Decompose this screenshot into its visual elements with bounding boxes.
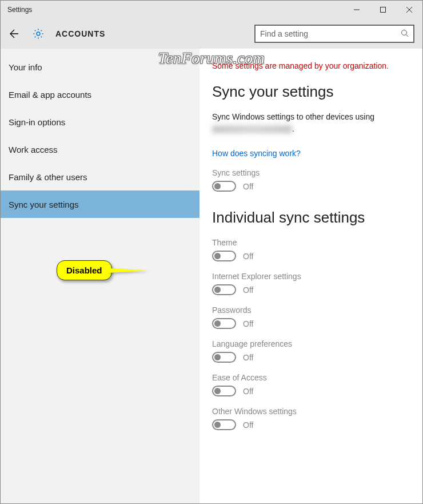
gear-icon [30,26,46,42]
sidebar-item-work-access[interactable]: Work access [1,136,199,163]
titlebar: Settings [1,1,422,19]
setting-theme: Theme Off [212,238,412,261]
setting-label: Passwords [212,305,412,315]
heading-individual-sync-settings: Individual sync settings [212,209,412,227]
setting-label: Sync settings [212,168,412,177]
setting-label: Ease of Access [212,373,412,382]
search-icon [401,29,409,39]
setting-other-windows-settings: Other Windows settings Off [212,407,412,430]
setting-passwords: Passwords Off [212,305,412,329]
main-content: Some settings are managed by your organi… [199,49,422,503]
policy-notice: Some settings are managed by your organi… [212,61,412,70]
toggle-state: Off [243,420,253,430]
sidebar: Your info Email & app accounts Sign-in o… [1,49,199,503]
setting-label: Internet Explorer settings [212,272,412,281]
svg-point-4 [37,32,40,35]
toggle-sync-settings[interactable] [212,181,236,192]
setting-label: Other Windows settings [212,407,412,416]
setting-ease-of-access: Ease of Access Off [212,373,412,396]
toggle-state: Off [243,285,253,295]
toggle-theme[interactable] [212,251,236,261]
toggle-ie-settings[interactable] [212,284,236,295]
search-box[interactable] [254,25,414,43]
section-title: ACCOUNTS [55,29,105,38]
toggle-passwords[interactable] [212,318,236,329]
svg-point-5 [402,30,407,35]
sync-description: Sync Windows settings to other devices u… [212,111,412,135]
toggle-state: Off [243,353,253,362]
setting-language-preferences: Language preferences Off [212,339,412,363]
header: ACCOUNTS [1,19,422,49]
close-button[interactable] [396,1,422,19]
heading-sync-your-settings: Sync your settings [212,83,412,101]
desc-tail: . [292,124,294,133]
setting-sync-settings: Sync settings Off [212,168,412,192]
sidebar-item-your-info[interactable]: Your info [1,53,199,81]
setting-ie-settings: Internet Explorer settings Off [212,272,412,295]
svg-rect-1 [381,7,386,13]
desc-text: Sync Windows settings to other devices u… [212,112,374,121]
sidebar-item-sign-in-options[interactable]: Sign-in options [1,108,199,136]
sidebar-item-family-other-users[interactable]: Family & other users [1,163,199,191]
toggle-state: Off [243,182,253,191]
callout: Disabled [57,260,149,280]
maximize-button[interactable] [370,1,396,19]
toggle-state: Off [243,252,253,261]
body: Your info Email & app accounts Sign-in o… [1,49,422,503]
window-title: Settings [7,6,32,14]
setting-label: Language preferences [212,339,412,348]
sidebar-item-sync-your-settings[interactable]: Sync your settings [1,191,199,218]
sidebar-item-email-app-accounts[interactable]: Email & app accounts [1,81,199,108]
callout-tail [109,268,149,273]
toggle-other-windows-settings[interactable] [212,419,236,430]
setting-label: Theme [212,238,412,247]
callout-label: Disabled [57,260,112,280]
toggle-state: Off [243,387,253,396]
back-button[interactable] [3,23,23,44]
redacted-account [212,125,292,133]
svg-line-6 [406,34,409,37]
toggle-ease-of-access[interactable] [212,386,236,396]
toggle-state: Off [243,319,253,328]
toggle-language-preferences[interactable] [212,352,236,363]
window-controls [344,1,422,19]
link-how-does-syncing-work[interactable]: How does syncing work? [212,149,301,158]
search-input[interactable] [260,29,401,38]
minimize-button[interactable] [344,1,370,19]
settings-window: Settings ACCOUNTS [0,0,423,504]
